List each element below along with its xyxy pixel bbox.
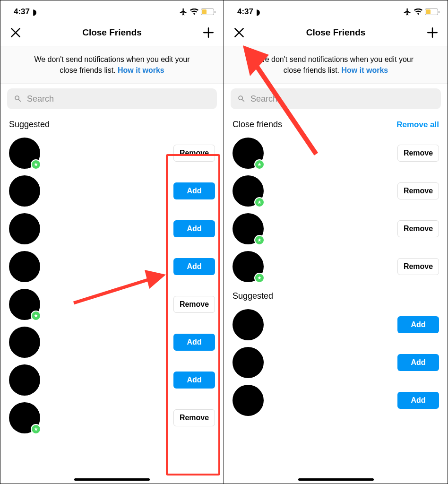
avatar[interactable] [233, 138, 264, 169]
status-bar: 4:37 ◗ [0, 0, 224, 21]
list-item: Remove [9, 285, 215, 323]
notice-text-1: We don't send notifications when you edi… [258, 55, 414, 63]
remove-all-button[interactable]: Remove all [396, 120, 439, 130]
avatar[interactable] [9, 402, 40, 433]
list-item: Add [9, 172, 215, 210]
list-item: Add [9, 361, 215, 399]
add-button[interactable]: Add [173, 220, 215, 237]
search-box[interactable] [7, 88, 217, 109]
status-time: 4:37 [14, 7, 30, 17]
remove-button[interactable]: Remove [397, 182, 439, 199]
suggested-header: Suggested [233, 291, 273, 301]
avatar[interactable] [233, 309, 264, 340]
avatar[interactable] [9, 138, 40, 169]
phone-screenshot-right: 4:37 ◗ Close Friends We don't send notif… [224, 0, 448, 484]
notice-text-2: close friends list. [284, 66, 339, 74]
remove-button[interactable]: Remove [397, 220, 439, 237]
moon-icon: ◗ [256, 8, 260, 17]
avatar[interactable] [233, 385, 264, 416]
list-item: Add [9, 248, 215, 285]
avatar[interactable] [9, 251, 40, 282]
avatar[interactable] [233, 251, 264, 282]
close-friend-star-icon [254, 197, 265, 207]
close-friend-star-icon [254, 235, 265, 245]
add-button[interactable]: Add [173, 258, 215, 275]
status-time-group: 4:37 ◗ [14, 7, 36, 17]
add-button[interactable]: Add [397, 316, 439, 333]
close-icon [9, 26, 22, 39]
avatar[interactable] [9, 364, 40, 396]
wifi-icon [414, 9, 422, 15]
add-button[interactable] [202, 26, 215, 39]
list-item: Add [9, 210, 215, 248]
status-bar: 4:37 ◗ [224, 0, 448, 21]
search-input[interactable] [27, 94, 210, 104]
airplane-icon [403, 8, 412, 16]
list-item: Remove [9, 399, 215, 437]
wifi-icon [190, 9, 198, 15]
how-it-works-link[interactable]: How it works [118, 66, 164, 74]
search-icon [237, 95, 246, 103]
status-time-group: 4:37 ◗ [237, 7, 260, 17]
suggested-header: Suggested [9, 120, 50, 130]
list-item: Remove [9, 134, 215, 172]
search-box[interactable] [231, 88, 441, 109]
moon-icon: ◗ [33, 8, 36, 17]
home-indicator[interactable] [74, 478, 150, 481]
avatar[interactable] [233, 213, 264, 244]
close-friends-header: Close friends [233, 120, 282, 130]
list-item: Add [9, 323, 215, 361]
phone-screenshot-left: 4:37 ◗ Close Friends We don't send notif… [0, 0, 224, 484]
remove-button[interactable]: Remove [397, 145, 439, 162]
page-title: Close Friends [22, 27, 202, 38]
airplane-icon [179, 8, 188, 16]
list-item: Remove [233, 248, 439, 285]
avatar[interactable] [9, 327, 40, 358]
list-item: Remove [233, 172, 439, 210]
remove-button[interactable]: Remove [173, 296, 215, 313]
avatar[interactable] [9, 175, 40, 207]
add-button[interactable]: Add [173, 372, 215, 389]
battery-icon [425, 9, 438, 15]
add-button[interactable]: Add [173, 182, 215, 199]
close-friend-star-icon [31, 159, 41, 170]
avatar[interactable] [233, 175, 264, 207]
close-friend-star-icon [31, 311, 41, 321]
list-item: Remove [233, 210, 439, 248]
close-friend-star-icon [254, 273, 265, 283]
remove-button[interactable]: Remove [397, 258, 439, 275]
close-friend-star-icon [254, 159, 265, 170]
plus-icon [202, 26, 215, 39]
search-input[interactable] [250, 94, 434, 104]
status-icons [403, 8, 438, 16]
list-item: Add [233, 381, 439, 419]
avatar[interactable] [233, 347, 264, 378]
home-indicator[interactable] [298, 478, 374, 481]
notice-text-2: close friends list. [60, 66, 115, 74]
close-button[interactable] [233, 26, 246, 39]
add-button[interactable] [426, 26, 439, 39]
add-button[interactable]: Add [397, 392, 439, 409]
how-it-works-link[interactable]: How it works [342, 66, 388, 74]
add-button[interactable]: Add [397, 354, 439, 371]
list-item: Add [233, 306, 439, 344]
status-time: 4:37 [237, 7, 253, 17]
nav-bar: Close Friends [224, 21, 448, 46]
notice-text-1: We don't send notifications when you edi… [34, 55, 190, 63]
notice-banner: We don't send notifications when you edi… [224, 46, 448, 84]
remove-button[interactable]: Remove [173, 145, 215, 162]
search-icon [14, 95, 22, 103]
close-button[interactable] [9, 26, 22, 39]
add-button[interactable]: Add [173, 334, 215, 351]
status-icons [179, 8, 214, 16]
page-title: Close Friends [246, 27, 426, 38]
avatar[interactable] [9, 213, 40, 244]
nav-bar: Close Friends [0, 21, 224, 46]
avatar[interactable] [9, 289, 40, 320]
list-item: Remove [233, 134, 439, 172]
notice-banner: We don't send notifications when you edi… [0, 46, 224, 84]
remove-button[interactable]: Remove [173, 409, 215, 426]
close-friend-star-icon [31, 424, 41, 434]
close-icon [233, 26, 245, 39]
plus-icon [426, 26, 439, 39]
